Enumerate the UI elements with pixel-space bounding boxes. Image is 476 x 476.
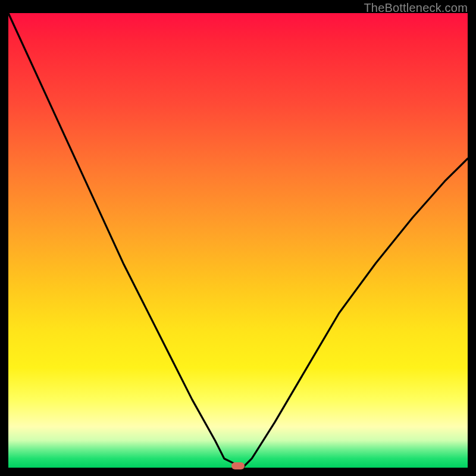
chart-frame: TheBottleneck.com <box>0 0 476 476</box>
plot-area <box>8 13 468 468</box>
curve-path <box>8 13 468 468</box>
optimal-point-marker <box>231 462 245 469</box>
bottleneck-curve <box>8 13 468 468</box>
